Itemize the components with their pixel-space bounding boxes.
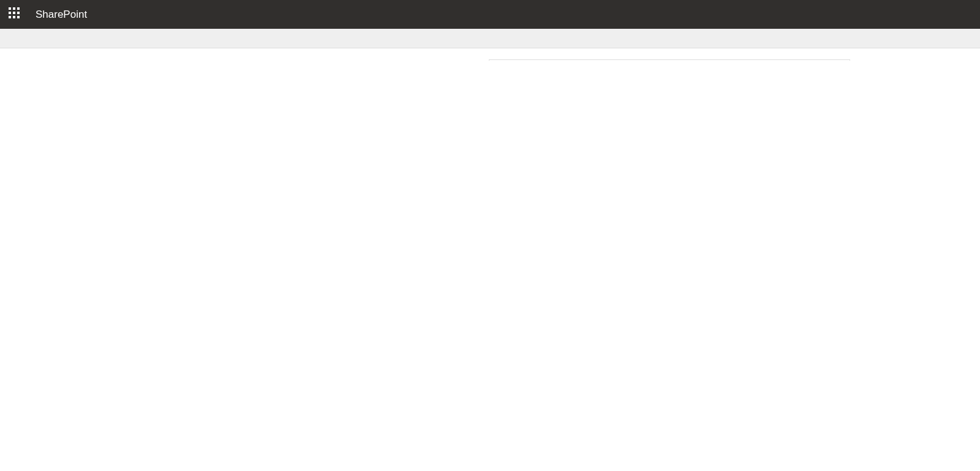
page-body: Sales Marketing ProjectApex Search Resul… xyxy=(0,48,980,61)
ribbon-bar xyxy=(0,29,980,48)
app-launcher-icon[interactable] xyxy=(9,7,23,22)
brand-label[interactable]: SharePoint xyxy=(36,9,87,21)
preview-panel: Food Menu ✕ Pie20 Pizza30 Hotdog5 xyxy=(489,59,850,61)
suite-nav-bar: SharePoint xyxy=(0,0,980,29)
